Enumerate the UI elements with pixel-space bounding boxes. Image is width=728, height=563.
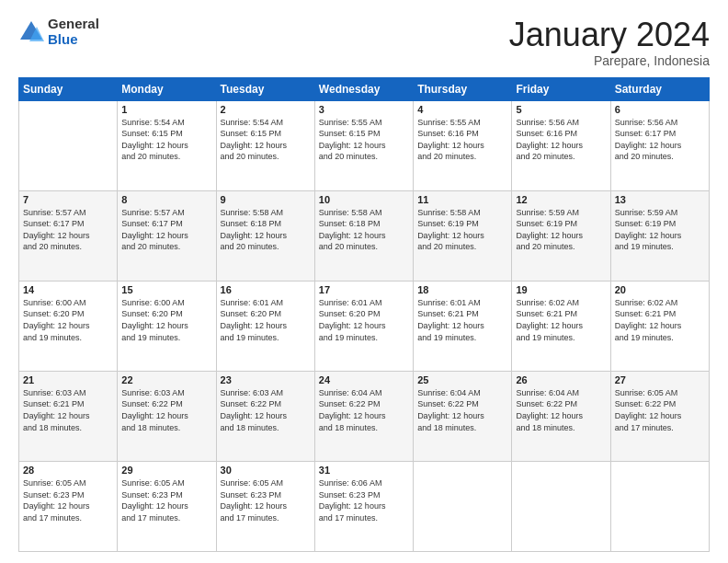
- daylight-line2: and 17 minutes.: [221, 512, 311, 524]
- daylight-line1: Daylight: 12 hours: [615, 140, 705, 152]
- sunrise-text: Sunrise: 6:04 AM: [319, 387, 409, 399]
- day-number: 11: [417, 194, 507, 205]
- daylight-line2: and 19 minutes.: [121, 332, 211, 344]
- day-number: 30: [221, 465, 311, 476]
- table-row: 1Sunrise: 5:54 AMSunset: 6:15 PMDaylight…: [118, 100, 216, 190]
- daylight-line1: Daylight: 12 hours: [23, 320, 113, 332]
- table-row: 13Sunrise: 5:59 AMSunset: 6:19 PMDayligh…: [610, 190, 709, 281]
- cell-content: Sunrise: 6:03 AMSunset: 6:22 PMDaylight:…: [221, 387, 311, 433]
- sunrise-text: Sunrise: 5:59 AM: [516, 207, 606, 219]
- daylight-line1: Daylight: 12 hours: [23, 410, 113, 422]
- sunset-text: Sunset: 6:15 PM: [319, 128, 409, 140]
- day-number: 18: [417, 284, 507, 295]
- sunset-text: Sunset: 6:23 PM: [23, 489, 113, 501]
- daylight-line2: and 19 minutes.: [615, 332, 705, 344]
- daylight-line1: Daylight: 12 hours: [319, 410, 409, 422]
- cell-content: Sunrise: 5:58 AMSunset: 6:19 PMDaylight:…: [417, 207, 507, 253]
- sunset-text: Sunset: 6:20 PM: [121, 308, 211, 320]
- daylight-line2: and 19 minutes.: [417, 332, 507, 344]
- daylight-line1: Daylight: 12 hours: [121, 410, 211, 422]
- daylight-line2: and 19 minutes.: [615, 241, 705, 253]
- table-row: 11Sunrise: 5:58 AMSunset: 6:19 PMDayligh…: [414, 190, 512, 281]
- sunrise-text: Sunrise: 5:54 AM: [121, 117, 211, 129]
- sunset-text: Sunset: 6:22 PM: [121, 398, 211, 410]
- calendar-week-row: 21Sunrise: 6:03 AMSunset: 6:21 PMDayligh…: [19, 371, 710, 461]
- daylight-line1: Daylight: 12 hours: [221, 230, 311, 242]
- day-number: 13: [615, 194, 705, 205]
- day-number: 26: [516, 374, 606, 385]
- logo-text: General Blue: [48, 17, 99, 47]
- header-thursday: Thursday: [414, 77, 512, 100]
- table-row: 28Sunrise: 6:05 AMSunset: 6:23 PMDayligh…: [19, 461, 118, 551]
- daylight-line2: and 19 minutes.: [221, 332, 311, 344]
- sunset-text: Sunset: 6:20 PM: [319, 308, 409, 320]
- cell-content: Sunrise: 5:54 AMSunset: 6:15 PMDaylight:…: [221, 117, 311, 163]
- daylight-line2: and 20 minutes.: [23, 241, 113, 253]
- table-row: 20Sunrise: 6:02 AMSunset: 6:21 PMDayligh…: [610, 281, 709, 371]
- daylight-line2: and 17 minutes.: [319, 512, 409, 524]
- table-row: 12Sunrise: 5:59 AMSunset: 6:19 PMDayligh…: [512, 190, 610, 281]
- sunrise-text: Sunrise: 5:56 AM: [615, 117, 705, 129]
- header-tuesday: Tuesday: [216, 77, 314, 100]
- cell-content: Sunrise: 6:03 AMSunset: 6:22 PMDaylight:…: [121, 387, 211, 433]
- table-row: 2Sunrise: 5:54 AMSunset: 6:15 PMDaylight…: [216, 100, 314, 190]
- sunrise-text: Sunrise: 6:02 AM: [516, 297, 606, 309]
- weekday-header-row: Sunday Monday Tuesday Wednesday Thursday…: [19, 77, 710, 100]
- sunrise-text: Sunrise: 6:02 AM: [615, 297, 705, 309]
- sunrise-text: Sunrise: 6:00 AM: [121, 297, 211, 309]
- cell-content: Sunrise: 5:55 AMSunset: 6:15 PMDaylight:…: [319, 117, 409, 163]
- calendar-week-row: 7Sunrise: 5:57 AMSunset: 6:17 PMDaylight…: [19, 190, 710, 281]
- daylight-line1: Daylight: 12 hours: [121, 320, 211, 332]
- day-number: 14: [23, 284, 113, 295]
- table-row: 5Sunrise: 5:56 AMSunset: 6:16 PMDaylight…: [512, 100, 610, 190]
- sunrise-text: Sunrise: 5:58 AM: [221, 207, 311, 219]
- daylight-line2: and 20 minutes.: [221, 151, 311, 163]
- table-row: 29Sunrise: 6:05 AMSunset: 6:23 PMDayligh…: [118, 461, 216, 551]
- daylight-line2: and 18 minutes.: [516, 422, 606, 434]
- daylight-line2: and 19 minutes.: [23, 332, 113, 344]
- day-number: 10: [319, 194, 409, 205]
- day-number: 22: [121, 374, 211, 385]
- sunset-text: Sunset: 6:15 PM: [221, 128, 311, 140]
- day-number: 24: [319, 374, 409, 385]
- day-number: 17: [319, 284, 409, 295]
- day-number: 23: [221, 374, 311, 385]
- day-number: 7: [23, 194, 113, 205]
- sunrise-text: Sunrise: 6:05 AM: [121, 477, 211, 489]
- title-block: January 2024 Parepare, Indonesia: [509, 17, 710, 68]
- sunset-text: Sunset: 6:17 PM: [615, 128, 705, 140]
- cell-content: Sunrise: 6:02 AMSunset: 6:21 PMDaylight:…: [516, 297, 606, 343]
- table-row: 18Sunrise: 6:01 AMSunset: 6:21 PMDayligh…: [414, 281, 512, 371]
- cell-content: Sunrise: 6:01 AMSunset: 6:20 PMDaylight:…: [319, 297, 409, 343]
- table-row: 25Sunrise: 6:04 AMSunset: 6:22 PMDayligh…: [414, 371, 512, 461]
- sunrise-text: Sunrise: 5:58 AM: [319, 207, 409, 219]
- logo: General Blue: [18, 17, 99, 47]
- cell-content: Sunrise: 6:03 AMSunset: 6:21 PMDaylight:…: [23, 387, 113, 433]
- cell-content: Sunrise: 6:00 AMSunset: 6:20 PMDaylight:…: [23, 297, 113, 343]
- day-number: 2: [221, 104, 311, 115]
- sunrise-text: Sunrise: 5:56 AM: [516, 117, 606, 129]
- sunset-text: Sunset: 6:16 PM: [417, 128, 507, 140]
- sunrise-text: Sunrise: 6:04 AM: [417, 387, 507, 399]
- day-number: 20: [615, 284, 705, 295]
- cell-content: Sunrise: 6:05 AMSunset: 6:23 PMDaylight:…: [221, 477, 311, 523]
- sunset-text: Sunset: 6:22 PM: [319, 398, 409, 410]
- daylight-line2: and 20 minutes.: [417, 241, 507, 253]
- sunset-text: Sunset: 6:21 PM: [615, 308, 705, 320]
- daylight-line1: Daylight: 12 hours: [221, 320, 311, 332]
- sunset-text: Sunset: 6:23 PM: [121, 489, 211, 501]
- cell-content: Sunrise: 6:01 AMSunset: 6:21 PMDaylight:…: [417, 297, 507, 343]
- logo-blue-label: Blue: [48, 32, 99, 48]
- daylight-line1: Daylight: 12 hours: [417, 230, 507, 242]
- daylight-line2: and 17 minutes.: [121, 512, 211, 524]
- cell-content: Sunrise: 5:59 AMSunset: 6:19 PMDaylight:…: [516, 207, 606, 253]
- cell-content: Sunrise: 5:57 AMSunset: 6:17 PMDaylight:…: [23, 207, 113, 253]
- month-title: January 2024: [509, 17, 710, 53]
- daylight-line1: Daylight: 12 hours: [615, 230, 705, 242]
- sunrise-text: Sunrise: 5:55 AM: [319, 117, 409, 129]
- table-row: 10Sunrise: 5:58 AMSunset: 6:18 PMDayligh…: [314, 190, 413, 281]
- sunset-text: Sunset: 6:19 PM: [516, 218, 606, 230]
- sunset-text: Sunset: 6:19 PM: [417, 218, 507, 230]
- table-row: 9Sunrise: 5:58 AMSunset: 6:18 PMDaylight…: [216, 190, 314, 281]
- table-row: 23Sunrise: 6:03 AMSunset: 6:22 PMDayligh…: [216, 371, 314, 461]
